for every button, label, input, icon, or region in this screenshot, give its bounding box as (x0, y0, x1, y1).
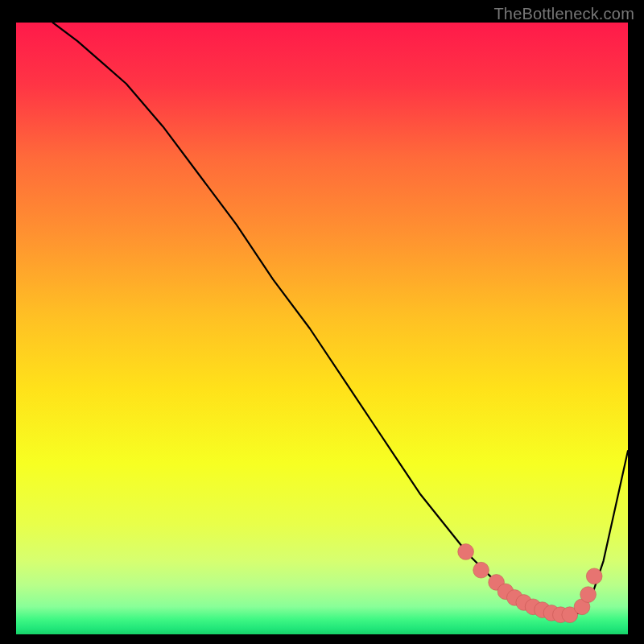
data-marker (586, 568, 602, 584)
data-marker (473, 562, 489, 578)
chart-container: TheBottleneck.com (0, 0, 644, 644)
data-marker (458, 544, 474, 560)
plot-area (16, 23, 628, 634)
watermark-text: TheBottleneck.com (493, 5, 634, 23)
data-marker (580, 587, 597, 603)
chart-svg (16, 23, 628, 634)
gradient-background (16, 23, 628, 634)
